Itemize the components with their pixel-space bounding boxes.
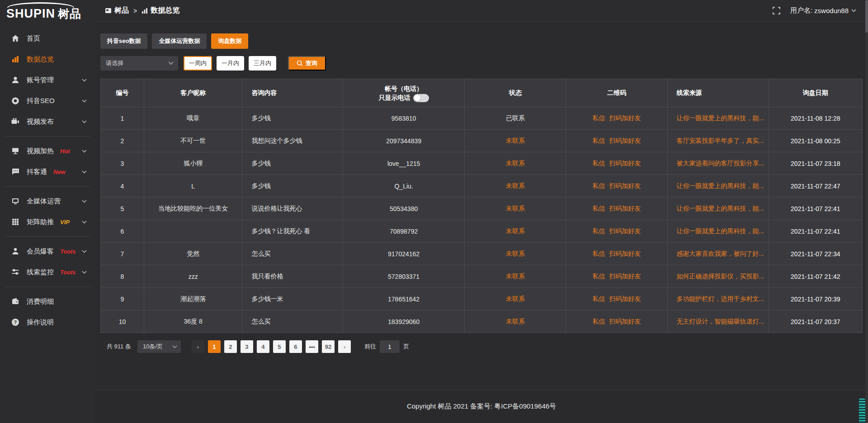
source-link[interactable]: 让你一眼就爱上的黑科技，能... (677, 205, 764, 212)
source-link[interactable]: 客厅安装投影半年多了，真实... (677, 137, 764, 144)
next-page-button[interactable]: › (338, 340, 351, 353)
corner-widget[interactable] (859, 399, 865, 423)
phone-only-toggle[interactable] (413, 94, 429, 102)
page-number-button[interactable]: ••• (306, 340, 318, 353)
sidebar-item-data-overview[interactable]: 数据总览 (0, 49, 95, 70)
menu-divider (5, 186, 90, 187)
bar-chart-icon (142, 8, 148, 14)
page-size-select[interactable]: 10条/页 (137, 340, 181, 353)
table-row: 9 潮起潮落 多少钱一米 178651642 未联系 私信 扫码加好友 多功能护… (101, 288, 863, 310)
sidebar-item-video-heating[interactable]: 视频加热 Hot (0, 141, 95, 161)
cell-status: 未联系 (465, 175, 566, 197)
sidebar-item-lead-monitor[interactable]: 线索监控 Tools (0, 262, 95, 282)
vip-badge: VIP (60, 219, 70, 226)
user-menu[interactable]: 用户名: zswodun88 (790, 6, 856, 15)
scrollbar-thumb[interactable] (865, 0, 868, 33)
page-number-button[interactable]: 92 (322, 340, 335, 353)
sidebar-item-home[interactable]: 首页 (0, 28, 95, 49)
breadcrumb-item-shupin[interactable]: 树品 (105, 6, 129, 15)
tab-inquiry-data[interactable]: 询盘数据 (211, 33, 248, 49)
cell-nickname (144, 220, 242, 243)
sidebar-item-help[interactable]: ? 操作说明 (0, 312, 95, 333)
sidebar-item-douketong[interactable]: 抖客通 New (0, 161, 95, 182)
svg-text:?: ? (14, 320, 16, 325)
scan-add-friend-link[interactable]: 扫码加好友 (609, 250, 641, 257)
cell-date: 2021-11-07 20:39 (769, 288, 862, 310)
page-number-button[interactable]: 1 (208, 340, 221, 353)
private-message-link[interactable]: 私信 (593, 318, 605, 325)
sidebar-item-douyin-seo[interactable]: 抖音SEO (0, 90, 95, 111)
scan-add-friend-link[interactable]: 扫码加好友 (609, 205, 641, 212)
page-number-button[interactable]: 6 (289, 340, 302, 353)
cell-nickname: 当地比较能吃的一位美女 (144, 197, 242, 220)
private-message-link[interactable]: 私信 (593, 182, 605, 189)
username-value: zswodun88 (814, 7, 849, 14)
page-number-button[interactable]: 3 (241, 340, 253, 353)
source-link[interactable]: 无主灯设计，智能磁吸轨道灯... (677, 318, 764, 325)
account-select[interactable]: 请选择 (100, 56, 178, 70)
private-message-link[interactable]: 私信 (593, 273, 605, 280)
scan-add-friend-link[interactable]: 扫码加好友 (609, 114, 641, 122)
breadcrumb-item-data-overview[interactable]: 数据总览 (142, 6, 179, 15)
cell-no: 8 (101, 265, 144, 288)
sidebar-item-consumption-detail[interactable]: 消费明细 (0, 291, 95, 312)
cell-no: 3 (101, 152, 144, 175)
sidebar-item-account-management[interactable]: 账号管理 (0, 70, 95, 90)
scrollbar-track[interactable] (865, 0, 868, 423)
breadcrumb: 树品 > 数据总览 (105, 6, 179, 15)
tab-douyin-seo-data[interactable]: 抖音seo数据 (100, 33, 147, 49)
cell-content: 多少钱 (242, 107, 343, 130)
source-link[interactable]: 被大家追着问的客厅投影分享... (677, 160, 764, 167)
private-message-link[interactable]: 私信 (593, 137, 605, 144)
cell-date: 2021-11-08 12:28 (769, 107, 862, 130)
private-message-link[interactable]: 私信 (593, 114, 605, 122)
scan-add-friend-link[interactable]: 扫码加好友 (609, 160, 641, 167)
cell-nickname: 不可一世 (144, 130, 242, 152)
private-message-link[interactable]: 私信 (593, 295, 605, 302)
range-week-button[interactable]: 一周内 (184, 56, 212, 70)
source-link[interactable]: 让你一眼就爱上的黑科技，能... (677, 114, 764, 122)
cell-content: 说说价格让我死心 (242, 197, 343, 220)
chevron-down-icon (82, 99, 87, 103)
range-quarter-button[interactable]: 三月内 (249, 56, 276, 70)
tab-omni-media-data[interactable]: 全媒体运营数据 (152, 33, 207, 49)
table-header-row: 编号 客户昵称 咨询内容 帐号（电话） 只显示电话 状态 二维码 线索来源 (101, 79, 863, 107)
query-button[interactable]: 查询 (288, 56, 326, 70)
source-link[interactable]: 多功能护栏灯，适用于乡村文... (677, 295, 764, 302)
goto-page: 前往 页 (364, 340, 409, 353)
toggle-knob (414, 95, 420, 101)
scan-add-friend-link[interactable]: 扫码加好友 (609, 273, 641, 280)
scan-add-friend-link[interactable]: 扫码加好友 (609, 318, 641, 325)
cell-qrcode: 私信 扫码加好友 (566, 175, 667, 197)
sidebar-item-matrix-boost[interactable]: 矩阵助推 VIP (0, 212, 95, 232)
prev-page-button[interactable]: ‹ (192, 340, 204, 353)
cell-account: 572803371 (343, 265, 465, 288)
private-message-link[interactable]: 私信 (593, 160, 605, 167)
source-link[interactable]: 如何正确选择投影仪，买投影... (677, 273, 764, 280)
range-month-button[interactable]: 一月内 (217, 56, 244, 70)
private-message-link[interactable]: 私信 (593, 205, 605, 212)
page-number-button[interactable]: 4 (257, 340, 269, 353)
scan-add-friend-link[interactable]: 扫码加好友 (609, 182, 641, 189)
inquiry-table: 编号 客户昵称 咨询内容 帐号（电话） 只显示电话 状态 二维码 线索来源 (100, 79, 863, 333)
scan-add-friend-link[interactable]: 扫码加好友 (609, 227, 641, 235)
cell-status: 未联系 (465, 310, 566, 333)
sidebar-item-video-publish[interactable]: 视频发布 (0, 111, 95, 132)
cell-source: 让你一眼就爱上的黑科技，能... (667, 197, 769, 220)
private-message-link[interactable]: 私信 (593, 227, 605, 235)
source-link[interactable]: 让你一眼就爱上的黑科技，能... (677, 182, 764, 189)
goto-page-input[interactable] (380, 340, 400, 353)
page-number-button[interactable]: 5 (273, 340, 286, 353)
page-number-button[interactable]: 2 (224, 340, 237, 353)
fullscreen-icon[interactable] (773, 7, 780, 14)
source-link[interactable]: 感谢大家喜欢我家，被问了好... (677, 250, 764, 257)
sidebar-item-member-burst[interactable]: 会员爆客 Tools (0, 241, 95, 262)
goto-suffix: 页 (403, 343, 409, 351)
source-link[interactable]: 让你一眼就爱上的黑科技，能... (677, 227, 764, 235)
chevron-down-icon (82, 79, 87, 82)
sidebar-item-omni-media[interactable]: 全媒体运营 (0, 191, 95, 212)
data-tabs: 抖音seo数据 全媒体运营数据 询盘数据 (100, 33, 863, 49)
scan-add-friend-link[interactable]: 扫码加好友 (609, 295, 641, 302)
scan-add-friend-link[interactable]: 扫码加好友 (609, 137, 641, 144)
private-message-link[interactable]: 私信 (593, 250, 605, 257)
